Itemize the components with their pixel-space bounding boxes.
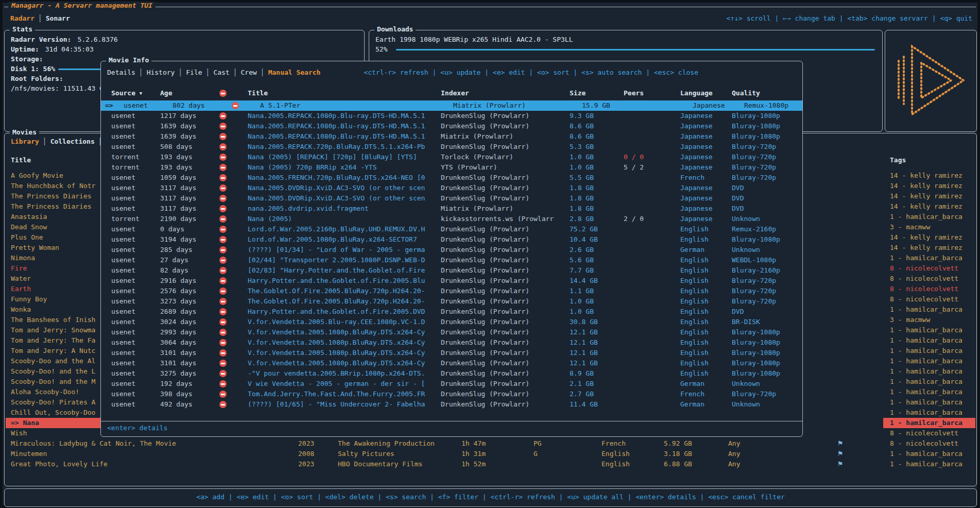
movie-list-row[interactable]: Minutemen2008Salty Pictures1h 31mGEnglis… [5, 449, 976, 459]
result-age: 3101 days [160, 358, 196, 368]
result-source: usenet [111, 245, 135, 255]
result-quality: Bluray-1080p [732, 368, 780, 379]
search-result-row[interactable]: usenet2993 daysV.for.Vendetta.2005.1080p… [101, 327, 802, 337]
column-header-indexer[interactable]: Indexer [441, 88, 469, 98]
tab-manual-search[interactable]: Manual Search [268, 69, 321, 76]
search-result-row[interactable]: usenet3117 daysNana.2005.DVDRip.XviD.AC3… [101, 193, 802, 204]
tab-cast[interactable]: Cast [213, 69, 229, 76]
movie-list-row[interactable]: Great Photo, Lovely Life2023HBO Document… [5, 459, 976, 469]
tag-cell: 14 - kelly ramirez [883, 243, 975, 253]
result-quality: Bluray-720p [732, 276, 776, 286]
search-result-row[interactable]: usenet3273 daysThe.Goblet.Of.Fire.2005.B… [101, 296, 802, 307]
search-result-row[interactable]: usenet492 days(????) [01/65] - "Miss Und… [101, 399, 802, 410]
tag-cell: 8 - nicolecolvett [883, 438, 975, 449]
search-result-row[interactable]: usenet1217 daysNana.2005.REPACK.1080p.Bl… [101, 111, 802, 121]
movie-title: Funny Boy [11, 294, 47, 304]
column-header-title[interactable]: Title [248, 88, 268, 98]
movie-runtime: 1h 47m [461, 438, 486, 449]
movie-title: Plus One [11, 232, 43, 243]
column-header-peers[interactable]: Peers [624, 88, 644, 98]
search-result-row[interactable]: usenet1639 daysNana.2005.REPACK.1080p.Bl… [101, 121, 802, 131]
movie-title: Anastasia [11, 212, 47, 222]
search-result-row[interactable]: usenet398 daysTom.And.Jerry.The.Fast.And… [101, 389, 802, 399]
tab-crew[interactable]: Crew [241, 69, 257, 76]
search-result-row[interactable]: usenet285 days(????) [01/34] - "Lord of … [101, 245, 802, 255]
search-result-row[interactable]: usenet1639 daysNana.2005.REPACK.1080p.Bl… [101, 131, 802, 142]
result-source: usenet [111, 111, 135, 121]
tag-cell: 1 - hamilcar_barca [883, 304, 975, 315]
result-size: 1.8 GB [570, 193, 594, 204]
search-result-row[interactable]: usenet1059 daysNana.2005.FRENCH.720p.Blu… [101, 173, 802, 183]
search-result-row[interactable]: usenet3024 daysV.for.Vendetta.2005.Blu-r… [101, 317, 802, 327]
column-header-age[interactable]: Age [160, 88, 172, 98]
search-result-row[interactable]: usenet3117 daysNana.2005.DVDRip.XviD.AC3… [101, 183, 802, 193]
column-header-quality[interactable]: Quality [732, 88, 760, 98]
tab-file[interactable]: File [186, 69, 202, 76]
result-language: English [680, 224, 709, 234]
result-language: Japanese [680, 131, 713, 142]
search-result-row[interactable]: usenet2916 daysHarry.Potter.and.the.Gobl… [101, 276, 802, 286]
search-result-row[interactable]: usenet508 daysNana.2005.REPACK.720p.BluR… [101, 142, 802, 152]
result-quality: Bluray-1080p [732, 327, 780, 337]
result-source: usenet [111, 317, 135, 327]
tab-history[interactable]: History [147, 69, 175, 76]
servarr-tab-radarr[interactable]: Radarr [10, 14, 35, 22]
result-size: 14.4 GB [570, 276, 598, 286]
search-result-row[interactable]: usenet3101 daysV.for.Vendetta.2005.1080p… [101, 358, 802, 368]
uptime-value: 31d 04:35:03 [45, 45, 94, 53]
result-size: 2.6 GB [570, 245, 594, 255]
tag-cell: 1 - hamilcar_barca [883, 459, 975, 469]
search-result-row[interactable]: usenet192 daysV wie Vendetta - 2005 - ge… [101, 379, 802, 389]
no-entry-glyph [219, 370, 227, 377]
search-result-row[interactable]: usenet3064 daysV.for.Vendetta.2005.1080p… [101, 337, 802, 348]
movie-availability: Any [728, 459, 740, 469]
search-result-row[interactable]: usenet3101 daysV.for.Vendetta.2005.1080p… [101, 348, 802, 358]
movie-list-row[interactable]: Miraculous: Ladybug & Cat Noir, The Movi… [5, 438, 976, 449]
result-source: usenet [111, 399, 135, 410]
result-title: [02/44] "Transporter 2.2005.1080P.DSNP.W… [248, 255, 425, 265]
movie-title: Tom and Jerry: Snowma [11, 325, 95, 335]
search-result-row[interactable]: usenet3194 daysLord.of.War.2005.1080p.Bl… [101, 234, 802, 245]
result-age: 2190 days [160, 214, 196, 224]
search-result-row[interactable]: usenet82 days[02/83] "Harry.Potter.and.t… [101, 265, 802, 276]
search-result-row[interactable]: usenet27 days[02/44] "Transporter 2.2005… [101, 255, 802, 265]
result-quality: Bluray-1080p [732, 234, 780, 245]
result-age: 193 days [160, 152, 193, 162]
no-entry-glyph [219, 133, 227, 140]
tab-collections[interactable]: Collections [50, 138, 95, 145]
result-language: English [680, 276, 709, 286]
result-indexer: DrunkenSlug (Prowlarr) [441, 389, 529, 399]
result-indexer: DrunkenSlug (Prowlarr) [441, 265, 529, 276]
search-result-row[interactable]: usenet2576 daysThe.Goblet.Of.Fire.2005.B… [101, 286, 802, 296]
result-age: 398 days [160, 389, 193, 399]
servarr-tab-sonarr[interactable]: Sonarr [46, 14, 70, 22]
result-source: usenet [111, 204, 135, 214]
search-result-row[interactable]: torrent193 daysNana (2005) [REPACK] [720… [101, 152, 802, 162]
search-result-row[interactable]: usenet0 daysLord.of.War.2005.2160p.BluRa… [101, 224, 802, 234]
search-result-row[interactable]: torrent193 daysNana (2005) 720p BRRip x2… [101, 162, 802, 173]
result-indexer: Miatrix (Prowlarr) [441, 204, 513, 214]
column-header-language[interactable]: Language [680, 88, 713, 98]
search-result-row[interactable]: torrent2190 daysNana (2005)kickasstorren… [101, 214, 802, 224]
result-cells: usenet2916 daysHarry.Potter.and.the.Gobl… [101, 276, 802, 286]
root-folders-label: Root Folders: [11, 74, 63, 83]
column-header-source[interactable]: Source ▼ [111, 88, 142, 99]
tab-details[interactable]: Details [107, 69, 135, 76]
result-language: English [680, 286, 709, 296]
result-quality: Bluray-1080p [732, 358, 780, 368]
result-indexer: DrunkenSlug (Prowlarr) [441, 224, 529, 234]
result-title: -"V pour vendetta.2005.BRrip.1080p.x264-… [248, 368, 425, 379]
result-source: torrent [111, 162, 140, 173]
search-result-row[interactable]: usenet3275 days-"V pour vendetta.2005.BR… [101, 368, 802, 379]
tab-separator: │ [35, 14, 46, 22]
result-size: 1.0 GB [570, 307, 594, 317]
result-indexer: DrunkenSlug (Prowlarr) [441, 358, 529, 368]
result-size: 12.1 GB [570, 348, 598, 358]
search-result-row[interactable]: =>usenet802 daysA 5.1-PTerMiatrix (Prowl… [101, 100, 802, 111]
tab-library[interactable]: Library [11, 138, 39, 145]
column-header-size[interactable]: Size [570, 88, 586, 98]
search-result-row[interactable]: usenet2689 daysHarry.Potter.and.the.Gobl… [101, 307, 802, 317]
search-result-row[interactable]: usenet3117 daysnana.2005.dvdrip.xvid.fra… [101, 204, 802, 214]
results-header-row: Source ▼ Age Title Indexer Size Peers La… [101, 88, 802, 98]
result-title: A 5.1-PTer [260, 100, 300, 111]
